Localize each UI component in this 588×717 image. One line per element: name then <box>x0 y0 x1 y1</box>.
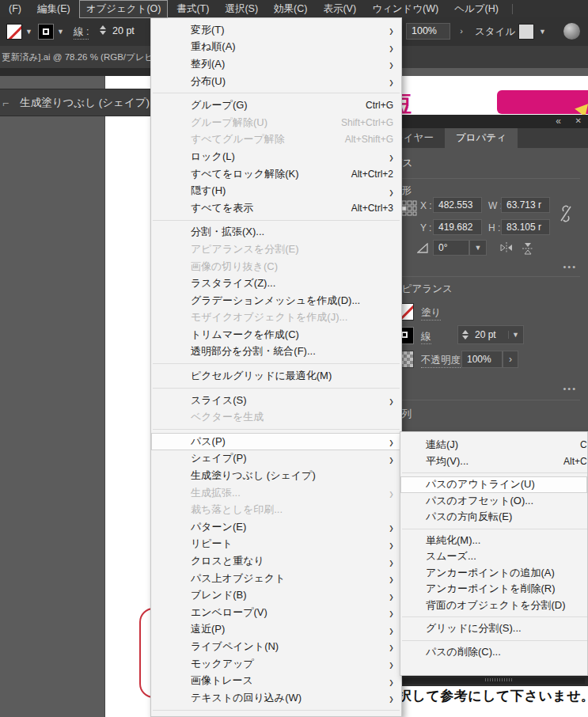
stroke-color-swatch[interactable] <box>38 24 54 40</box>
menu-item[interactable]: エンベロープ(V)› <box>151 604 401 621</box>
opacity-label[interactable]: 不透明度 <box>421 354 461 368</box>
menu-item[interactable]: すべてを表示Alt+Ctrl+3 <box>151 199 401 217</box>
menu-item[interactable]: グラデーションメッシュを作成(D)... <box>151 292 401 309</box>
stepper-down-icon[interactable] <box>100 31 106 35</box>
menu-item[interactable]: パスの削除(C)... <box>400 644 587 661</box>
menu-item[interactable]: パス上オブジェクト› <box>151 570 401 587</box>
stroke-weight-value[interactable]: 20 pt <box>112 25 135 36</box>
menubar-item[interactable]: 効果(C) <box>267 0 314 18</box>
collapse-panel-icon[interactable]: « <box>556 116 561 127</box>
stroke-weight-control[interactable]: 20 pt ▼ <box>457 325 524 344</box>
h-field[interactable]: 83.105 r <box>501 219 550 235</box>
stepper-up-icon[interactable] <box>462 330 469 334</box>
style-dropdown-chevron-icon[interactable]: ▼ <box>539 28 546 36</box>
opacity-field[interactable]: 100% <box>406 23 450 40</box>
close-panel-icon[interactable]: ✕ <box>575 116 582 125</box>
menu-item[interactable]: 分布(U)› <box>151 73 401 90</box>
scrollbar-grip[interactable] <box>485 678 512 681</box>
menu-item[interactable]: 遠近(P)› <box>151 621 401 639</box>
fill-label[interactable]: 塗り <box>421 306 441 321</box>
appearance-more-options[interactable]: ••• <box>563 384 577 393</box>
menu-item[interactable]: トリムマークを作成(C) <box>151 326 401 343</box>
menubar-item[interactable]: オブジェクト(O) <box>79 0 169 18</box>
menu-item[interactable]: パス(P)› <box>151 433 401 450</box>
x-field[interactable]: 482.553 <box>433 197 482 213</box>
menu-item[interactable]: 変形(T)› <box>151 21 401 39</box>
menu-item[interactable]: テキストの回り込み(W)› <box>151 689 401 707</box>
menu-item[interactable]: アンカーポイントを削除(R) <box>400 581 587 598</box>
stroke-weight-label[interactable]: 線 : <box>74 25 89 40</box>
menu-item[interactable]: 生成塗りつぶし (シェイプ) <box>151 467 401 484</box>
tab-properties[interactable]: プロパティ <box>445 128 518 148</box>
menu-item[interactable]: アンカーポイントの追加(A) <box>400 565 587 582</box>
menu-item[interactable]: すべてをロック解除(K)Alt+Ctrl+2 <box>151 165 401 183</box>
menubar-item[interactable]: 表示(V) <box>316 0 363 18</box>
menubar-item[interactable]: 書式(T) <box>169 0 216 18</box>
panel-divider <box>390 400 580 400</box>
fill-dropdown-chevron-icon[interactable]: ▼ <box>25 28 32 36</box>
stroke-weight-stepper[interactable] <box>462 330 469 340</box>
rotate-angle-field[interactable]: 0° <box>433 240 469 256</box>
menu-item[interactable]: パスのオフセット(O)... <box>400 493 587 510</box>
menu-item[interactable]: パスのアウトライン(U) <box>400 476 587 493</box>
menu-item[interactable]: 隠す(H)› <box>151 182 401 199</box>
menu-item[interactable]: ライブペイント(N)› <box>151 638 401 655</box>
menu-item[interactable]: リピート› <box>151 536 401 553</box>
menu-item-label: すべてをロック解除(K) <box>191 167 351 181</box>
menu-item[interactable]: 連結(J)Ct <box>400 437 587 453</box>
stepper-down-icon[interactable] <box>462 336 469 340</box>
menu-item[interactable]: 分割・拡張(X)... <box>151 224 401 241</box>
menubar-item[interactable]: 編集(E) <box>30 0 78 18</box>
menu-item[interactable]: 透明部分を分割・統合(F)... <box>151 343 401 361</box>
transform-more-options[interactable]: ••• <box>563 262 577 271</box>
menu-item[interactable]: ブレンド(B)› <box>151 586 401 604</box>
menu-item[interactable]: 画像トレース› <box>151 672 401 689</box>
document-tab-title[interactable]: 更新済み].ai @ 78.26 % (RGB/プレビュー <box>2 51 173 63</box>
generative-fill-button[interactable]: 生成塗りつぶし (シェイプ) <box>9 96 161 110</box>
opacity-options-button[interactable]: › <box>455 23 468 40</box>
menu-item[interactable]: ロック(L)› <box>151 148 401 165</box>
submenu-arrow-icon: › <box>389 393 393 408</box>
w-field[interactable]: 63.713 r <box>501 197 550 213</box>
stroke-weight-stepper[interactable] <box>100 25 106 35</box>
stepper-up-icon[interactable] <box>100 25 106 29</box>
menu-item[interactable]: ピクセルグリッドに最適化(M) <box>151 367 401 385</box>
menu-item[interactable]: スムーズ... <box>400 548 587 565</box>
menubar-item[interactable]: ウィンドウ(W) <box>365 0 446 18</box>
opacity-field[interactable]: 100% <box>461 351 503 368</box>
menubar-item[interactable]: 選択(S) <box>218 0 265 18</box>
menu-item[interactable]: 重ね順(A)› <box>151 39 401 56</box>
menu-item[interactable]: グループ(G)Ctrl+G <box>151 97 401 114</box>
stroke-weight-chevron-icon[interactable]: ▼ <box>508 331 519 339</box>
opacity-options-button[interactable]: › <box>503 351 518 368</box>
reference-point-grid-icon[interactable] <box>401 200 417 216</box>
flip-vertical-icon[interactable] <box>522 241 534 256</box>
link-dimensions-icon[interactable] <box>558 203 574 224</box>
stroke-weight-value[interactable]: 20 pt <box>475 329 508 340</box>
menu-item[interactable]: 平均(V)...Alt+Ct <box>400 453 587 470</box>
menu-item[interactable]: スライス(S)› <box>151 392 401 409</box>
menu-item[interactable]: シェイプ(P)› <box>151 450 401 468</box>
menu-item[interactable]: 背面のオブジェクトを分割(D) <box>400 598 587 614</box>
angle-dropdown-chevron-icon[interactable]: ▼ <box>469 240 487 256</box>
menu-item[interactable]: 整列(A)› <box>151 55 401 73</box>
fill-none-swatch[interactable] <box>6 24 22 40</box>
menu-item[interactable]: 単純化(M)... <box>400 533 587 549</box>
menubar-item[interactable]: (F) <box>2 1 28 17</box>
x-label: X : <box>420 200 432 211</box>
y-field[interactable]: 419.682 <box>433 219 482 235</box>
menubar-item[interactable]: ヘルプ(H) <box>447 0 506 18</box>
stroke-label[interactable]: 線 <box>421 330 431 344</box>
menu-item[interactable]: グリッドに分割(S)... <box>400 620 587 637</box>
menu-item[interactable]: パターン(E)› <box>151 518 401 536</box>
horizontal-scrollbar[interactable] <box>400 675 588 686</box>
style-swatch[interactable] <box>518 24 534 40</box>
menu-item: すべてグループ解除Alt+Shift+G <box>151 131 401 149</box>
flip-horizontal-icon[interactable] <box>499 241 514 254</box>
menu-item[interactable]: クロスと重なり› <box>151 552 401 570</box>
stroke-dropdown-chevron-icon[interactable]: ▼ <box>57 28 64 36</box>
menu-item[interactable]: ラスタライズ(Z)... <box>151 275 401 292</box>
color-wheel-icon[interactable] <box>563 23 580 40</box>
menu-item[interactable]: パスの方向反転(E) <box>400 509 587 525</box>
menu-item[interactable]: モックアップ› <box>151 655 401 673</box>
